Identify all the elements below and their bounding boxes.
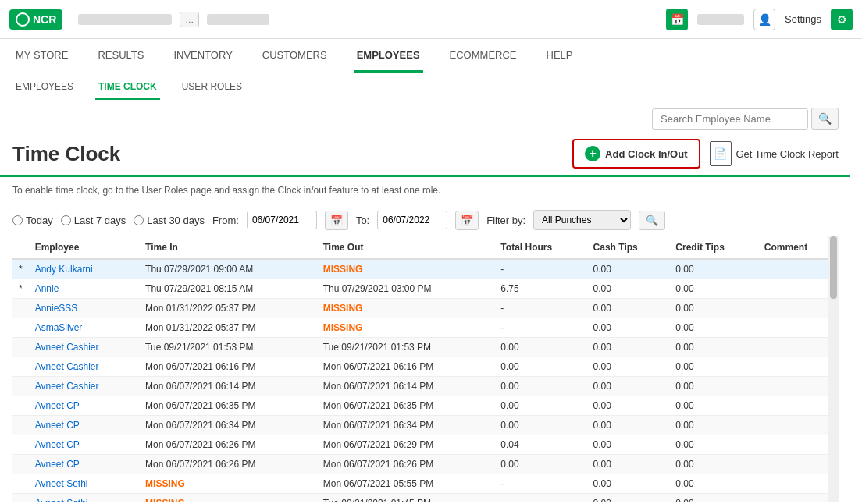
row-comment [758,474,839,494]
top-bar-right: 📅 👤 Settings ⚙ [666,9,853,30]
row-time-in: Mon 06/07/2021 06:35 PM [139,396,317,416]
row-time-out: Mon 06/07/2021 05:55 PM [317,474,495,494]
table-row: *Andy KulkarniThu 07/29/2021 09:00 AMMIS… [12,259,839,279]
row-employee[interactable]: Avneet Cashier [29,377,139,396]
from-label: From: [212,215,239,226]
expand-button[interactable]: … [180,12,199,27]
last7-radio-group[interactable]: Last 7 days [61,215,126,226]
row-employee[interactable]: Annie [29,279,139,299]
row-employee[interactable]: Avneet Sethi [29,474,139,494]
today-radio[interactable] [12,215,23,225]
from-calendar-button[interactable]: 📅 [325,211,348,230]
table-row: AnnieSSSMon 01/31/2022 05:37 PMMISSING-0… [12,299,839,318]
row-star [12,357,29,377]
today-radio-group[interactable]: Today [12,215,53,226]
today-label: Today [26,215,53,226]
last30-radio[interactable] [134,215,144,225]
col-employee[interactable]: Employee [29,236,139,259]
scrollbar-thumb[interactable] [830,236,837,299]
row-employee[interactable]: Avneet CP [29,416,139,435]
row-comment [758,299,839,318]
row-total-hours: - [494,318,586,338]
row-employee[interactable]: Avneet CP [29,455,139,474]
col-time-in[interactable]: Time In [139,236,317,259]
nav-employees[interactable]: EMPLOYEES [354,40,423,73]
col-cash-tips[interactable]: Cash Tips [587,236,670,259]
col-credit-tips[interactable]: Credit Tips [669,236,757,259]
nav-ecommerce[interactable]: ECOMMERCE [447,40,520,73]
row-star [12,416,29,435]
row-time-in: Mon 06/07/2021 06:26 PM [139,455,317,474]
subnav-user-roles[interactable]: USER ROLES [179,75,245,100]
row-time-out: Mon 06/07/2021 06:34 PM [317,416,495,435]
row-star [12,377,29,396]
search-input[interactable] [652,108,808,130]
row-comment [758,279,839,299]
table-row: Avneet CPMon 06/07/2021 06:35 PMMon 06/0… [12,396,839,416]
row-comment [758,396,839,416]
table-row: Avneet CPMon 06/07/2021 06:34 PMMon 06/0… [12,416,839,435]
to-calendar-button[interactable]: 📅 [455,211,479,230]
row-time-in: MISSING [139,474,317,494]
date-blurred [697,14,744,25]
subnav-time-clock[interactable]: TIME CLOCK [95,75,160,100]
row-employee[interactable]: Avneet CP [29,435,139,455]
row-time-out: MISSING [317,299,495,318]
content-area: 🔍 Time Clock + Add Clock In/Out 📄 Get Ti… [0,101,862,502]
calendar-icon[interactable]: 📅 [666,9,688,30]
col-time-out[interactable]: Time Out [317,236,495,259]
row-time-out: Tue 09/21/2021 01:53 PM [317,338,495,357]
row-employee[interactable]: AsmaSilver [29,318,139,338]
nav-customers[interactable]: CUSTOMERS [259,40,330,73]
filterby-select[interactable]: All Punches Missing Punches Clock In Onl… [533,210,631,230]
user-icon[interactable]: 👤 [753,9,775,30]
settings-icon[interactable]: ⚙ [831,9,853,30]
col-comment[interactable]: Comment [758,236,839,259]
nav-help[interactable]: HELP [543,40,576,73]
table-row: Avneet CashierTue 09/21/2021 01:53 PMTue… [12,338,839,357]
row-employee[interactable]: Avneet Cashier [29,357,139,377]
search-button[interactable]: 🔍 [811,108,839,130]
row-cash-tips: 0.00 [587,396,670,416]
row-time-out: MISSING [317,318,495,338]
scrollbar[interactable] [828,236,839,502]
col-total-hours[interactable]: Total Hours [494,236,586,259]
row-star [12,494,29,502]
to-date-input[interactable] [377,211,447,229]
row-time-out: Thu 07/29/2021 03:00 PM [317,279,495,299]
nav-inventory[interactable]: INVENTORY [170,40,235,73]
row-employee[interactable]: Andy Kulkarni [29,259,139,279]
row-comment [758,377,839,396]
row-cash-tips: 0.00 [587,259,670,279]
page-title: Time Clock [12,142,120,166]
row-star: * [12,259,29,279]
row-employee[interactable]: AnnieSSS [29,299,139,318]
from-date-input[interactable] [247,211,317,229]
row-credit-tips: 0.00 [669,377,757,396]
table-row: Avneet CPMon 06/07/2021 06:26 PMMon 06/0… [12,435,839,455]
row-time-in: Mon 06/07/2021 06:34 PM [139,416,317,435]
top-bar: NCR … 📅 👤 Settings ⚙ [0,0,862,39]
get-report-button[interactable]: 📄 Get Time Clock Report [710,141,839,166]
nav-my-store[interactable]: MY STORE [12,40,71,73]
row-cash-tips: 0.00 [587,416,670,435]
row-employee[interactable]: Avneet Cashier [29,338,139,357]
row-employee[interactable]: Avneet CP [29,396,139,416]
nav-results[interactable]: RESULTS [94,40,147,73]
table-row: Avneet CashierMon 06/07/2021 06:14 PMMon… [12,377,839,396]
table-row: Avneet SethiMISSINGTue 09/21/2021 01:45 … [12,494,839,502]
last7-radio[interactable] [61,215,71,225]
col-star [12,236,29,259]
subnav-employees[interactable]: EMPLOYEES [12,75,77,100]
last30-radio-group[interactable]: Last 30 days [134,215,205,226]
row-employee[interactable]: Avneet Sethi [29,494,139,502]
row-star [12,455,29,474]
row-comment [758,416,839,435]
row-total-hours: - [494,474,586,494]
row-cash-tips: 0.00 [587,318,670,338]
filter-search-button[interactable]: 🔍 [639,211,665,230]
add-clock-button[interactable]: + Add Clock In/Out [572,139,700,169]
row-cash-tips: 0.00 [587,474,670,494]
row-credit-tips: 0.00 [669,435,757,455]
row-credit-tips: 0.00 [669,494,757,502]
